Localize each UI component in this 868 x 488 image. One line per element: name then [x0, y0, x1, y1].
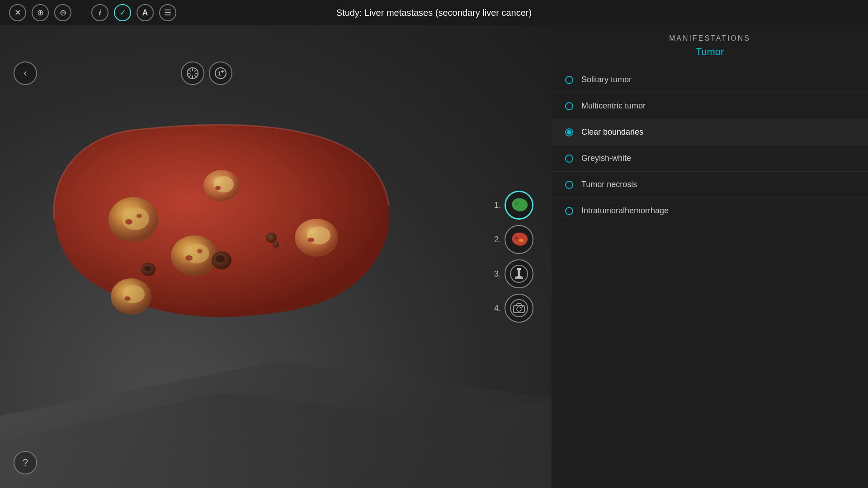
view-mode-section[interactable]: 2.	[491, 225, 533, 254]
manifestation-label-necrosis: Tumor necrosis	[581, 180, 637, 189]
view-mode-camera[interactable]: 4.	[491, 294, 533, 323]
svg-point-33	[144, 266, 151, 271]
svg-point-22	[185, 255, 193, 261]
check-button[interactable]: ✓	[114, 4, 131, 21]
view-mode-microscope[interactable]: 3.	[491, 259, 533, 288]
view-mode-3d[interactable]: 1.	[491, 191, 533, 220]
help-button[interactable]: ?	[14, 451, 37, 474]
radio-hemorrhage	[565, 207, 573, 215]
close-button[interactable]: ✕	[9, 4, 26, 21]
manifestation-label-clear: Clear boundaries	[581, 127, 643, 137]
expand-view-button[interactable]	[181, 61, 204, 85]
manifestations-title: MANIFESTATIONS	[565, 34, 854, 42]
minus-button[interactable]: ⊖	[54, 4, 71, 21]
manifestations-panel: MANIFESTATIONS Tumor Solitary tumor Mult…	[552, 25, 868, 488]
manifestation-item-necrosis[interactable]: Tumor necrosis	[552, 172, 868, 198]
svg-line-6	[194, 75, 196, 76]
svg-point-34	[266, 233, 277, 243]
svg-point-38	[519, 239, 524, 242]
liver-3d-button[interactable]	[505, 191, 533, 220]
item-number-1: 1.	[491, 201, 501, 210]
liver-svg	[27, 107, 398, 355]
svg-rect-41	[517, 268, 521, 270]
main-area: ‹ 1	[0, 25, 868, 488]
manifestation-item-hemorrhage[interactable]: Intratumoralhemorrhage	[552, 198, 868, 224]
radio-solitary	[565, 76, 573, 84]
svg-line-7	[194, 70, 196, 71]
svg-point-15	[125, 219, 132, 225]
svg-point-18	[214, 176, 234, 192]
add-button[interactable]: ⊕	[32, 4, 49, 21]
radio-necrosis	[565, 181, 573, 189]
radio-multicentric	[565, 102, 573, 110]
svg-point-29	[124, 296, 131, 301]
radio-greyish	[565, 155, 573, 163]
svg-point-50	[522, 306, 524, 308]
svg-point-19	[215, 186, 221, 190]
view-mode-selector: 1. 2.	[491, 191, 533, 323]
svg-rect-42	[518, 273, 520, 276]
manifestation-label-hemorrhage: Intratumoralhemorrhage	[581, 206, 669, 216]
item-number-2: 2.	[491, 235, 501, 244]
item-number-3: 3.	[491, 269, 501, 279]
back-button[interactable]: ‹	[14, 61, 37, 85]
camera-button[interactable]	[505, 294, 533, 323]
svg-point-35	[273, 241, 279, 248]
manifestation-list: Solitary tumor Multicentric tumor Clear …	[552, 62, 868, 229]
manifestations-header: MANIFESTATIONS Tumor	[552, 25, 868, 62]
manifestations-section: Tumor	[565, 46, 854, 58]
svg-point-47	[510, 300, 528, 317]
view-controls: 1	[181, 61, 232, 85]
liver-model[interactable]	[27, 107, 398, 355]
info-button[interactable]: i	[91, 4, 108, 21]
microscope-button[interactable]	[505, 259, 533, 288]
liver-section-button[interactable]	[505, 225, 533, 254]
svg-text:1: 1	[218, 70, 221, 77]
svg-point-36	[514, 202, 518, 205]
svg-point-31	[216, 255, 225, 263]
manifestation-label-multicentric: Multicentric tumor	[581, 101, 646, 111]
radio-clear	[565, 128, 573, 136]
zoom-view-button[interactable]: 1	[209, 61, 232, 85]
top-bar: ✕ ⊕ ⊖ i ✓ A ☰ Study: Liver metastases (s…	[0, 0, 868, 25]
svg-point-14	[122, 207, 149, 230]
toolbar-icons: ✕ ⊕ ⊖ i ✓ A ☰	[9, 4, 176, 21]
manifestation-item-clear[interactable]: Clear boundaries	[552, 119, 868, 145]
a-button[interactable]: A	[137, 4, 154, 21]
svg-point-23	[197, 249, 203, 253]
manifestation-item-greyish[interactable]: Greyish-white	[552, 145, 868, 172]
svg-point-26	[308, 238, 314, 242]
manifestation-label-greyish: Greyish-white	[581, 154, 631, 163]
study-title: Study: Liver metastases (secondary liver…	[336, 8, 532, 18]
svg-point-37	[514, 237, 518, 239]
svg-line-8	[189, 75, 191, 76]
svg-point-28	[122, 285, 145, 303]
svg-line-5	[189, 70, 191, 71]
manifestation-label-solitary: Solitary tumor	[581, 75, 632, 84]
svg-point-43	[515, 276, 523, 278]
item-number-4: 4.	[491, 304, 501, 313]
svg-point-49	[517, 307, 521, 311]
manifestation-item-solitary[interactable]: Solitary tumor	[552, 67, 868, 93]
svg-point-16	[137, 214, 142, 218]
viewer-panel: ‹ 1	[0, 25, 552, 488]
list-button[interactable]: ☰	[159, 4, 176, 21]
manifestation-item-multicentric[interactable]: Multicentric tumor	[552, 93, 868, 119]
